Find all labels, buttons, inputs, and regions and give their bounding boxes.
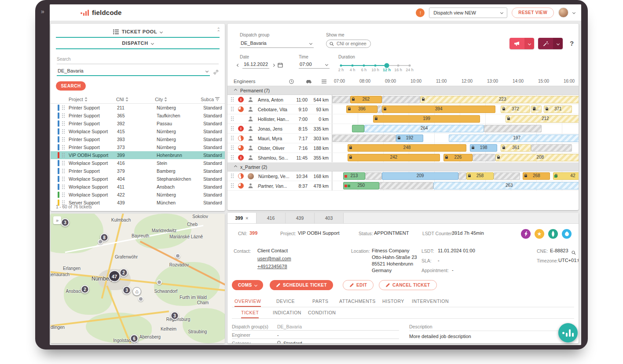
duration-tick[interactable] [340,65,342,67]
drag-handle-icon[interactable] [62,145,65,150]
gantt-timeline[interactable]: 242226208 [332,153,579,162]
gantt-bar[interactable]: 212 [506,115,579,123]
gantt-bar[interactable] [473,154,495,161]
gantt-bar[interactable] [352,125,364,132]
dispatch-selector[interactable]: DISPATCH [51,38,225,48]
cancel-ticket-button[interactable]: CANCEL TICKET [379,280,437,290]
map-pin-icon[interactable] [157,280,162,285]
gantt-bar[interactable]: 198 [470,144,497,152]
map-cluster-marker[interactable]: 47 [109,270,121,282]
detail-tab-attachments[interactable]: ATTACHMENTS [339,298,376,306]
gantt-bar[interactable] [365,172,382,180]
detail-tab-intervention[interactable]: INTERVENTION [412,298,449,306]
gantt-bar[interactable] [377,106,382,113]
link-icon[interactable] [213,69,219,75]
ticket-row[interactable]: Workplace Support422NürnbergStandard [51,191,225,199]
ticket-tab[interactable]: 399× [227,213,257,223]
menu-icon[interactable] [322,79,326,84]
gantt-bar[interactable]: 248 [348,144,466,152]
drag-handle-icon[interactable] [62,106,65,110]
drag-handle-icon[interactable] [62,113,65,118]
gantt-timeline[interactable]: 192197 [332,134,579,143]
gantt-bar[interactable]: 372 [501,106,530,113]
drag-handle-icon[interactable] [62,161,65,166]
duration-tick[interactable] [409,65,411,67]
chat-fab[interactable] [558,323,578,342]
drag-handle-icon[interactable] [62,177,65,182]
ticket-row[interactable]: Printer Support393NürnbergStandard [51,135,225,143]
engineer-cell[interactable]: Mauri, Myra7:17303 km [227,134,332,143]
contact-phone-link[interactable]: +4912345678 [257,264,287,269]
map-canvas[interactable]: SokolovKulmbachChebMarktredwitzMariánské… [51,214,225,343]
drag-handle-icon[interactable] [231,97,234,102]
ticket-row[interactable]: Workplace Support415NürnbergStandard [51,127,225,135]
lightning-badge-icon[interactable] [521,229,531,239]
help-icon[interactable]: ? [570,40,574,47]
field-value[interactable]: DE_Bavaria [277,324,302,329]
map-collapse-icon[interactable]: » [53,216,61,224]
schedule-ticket-button[interactable]: SCHEDULE TICKET [270,280,333,290]
frame-collapse-icon[interactable]: » [41,8,44,15]
gantt-bar[interactable] [494,172,520,180]
gantt-bar[interactable] [332,135,396,142]
drag-handle-icon[interactable] [62,129,65,134]
calendar-icon[interactable] [278,62,283,68]
ticket-tab[interactable]: 439 [286,213,315,223]
duration-tick[interactable] [397,65,399,67]
map-cluster-marker[interactable]: 3 [171,312,179,320]
collapse-panel-icon[interactable]: ⌃⌃ [217,28,220,33]
map-cluster-marker[interactable]: 2 [81,285,89,294]
gantt-bar[interactable]: 262 [350,96,382,103]
gantt-bar[interactable]: 42 [553,172,579,180]
gantt-bar[interactable] [379,182,434,189]
dispatch-group-select[interactable]: DE_Bavaria [240,40,314,48]
gantt-timeline[interactable]: 262223 [332,95,579,104]
map-cluster-marker[interactable]: 3 [61,218,70,227]
column-header-city[interactable]: City [155,97,201,102]
drag-handle-icon[interactable] [231,116,234,121]
gantt-bar[interactable]: 361 [501,144,531,152]
announce-button[interactable] [509,38,534,49]
ticket-row[interactable]: VIP OOBH Support399HohenbrunnStandard [51,151,225,159]
gantt-bar[interactable]: 209 [382,172,458,180]
detail-subtab-ticket[interactable]: TICKET [241,310,259,318]
gantt-bar[interactable] [332,96,350,103]
engineer-cell[interactable]: !Shamlou, So...11:45355 km [227,153,332,162]
engineer-cell[interactable]: Olster, Oliver7:16188 km [227,143,332,153]
map-pin-icon[interactable] [175,253,180,258]
gantt-bar[interactable] [382,96,420,103]
ticket-row[interactable]: Printer Support373NürnbergStandard [51,143,225,151]
duration-slider[interactable]: 2 h4 h6 h10 h12 h16 h24 h [341,62,416,74]
engineer-cell[interactable]: Hollister, Han...7:000 km [227,114,332,124]
engineer-cell[interactable]: Cebotare, Vita9:1093 km [227,105,332,114]
ticket-row[interactable]: Workplace Support411AnsbachStandard [51,183,225,191]
engineer-cell[interactable]: Partner, Van...8:37478 km [227,181,332,190]
close-tab-icon[interactable]: × [246,215,248,221]
map-cluster-marker[interactable]: 3 [123,286,131,295]
gantt-bar[interactable] [484,125,542,132]
gantt-timeline[interactable]: 21320925826842 [332,171,579,181]
ticket-row[interactable]: Printer Support365TaufkirchenStandard [51,112,225,120]
drag-handle-icon[interactable] [62,193,65,197]
drag-handle-icon[interactable] [62,185,65,189]
duration-tick[interactable] [374,65,377,67]
gantt-bar[interactable]: 258 [466,172,494,180]
field-value[interactable]: Standard [277,341,302,343]
gantt-timeline[interactable]: 264 [332,124,579,133]
field-value[interactable]: - [277,332,279,338]
engineer-search-field[interactable] [326,40,371,48]
engineer-cell[interactable]: !Amra, Anton11:00544 km [227,95,332,104]
gantt-bar[interactable]: 226 [443,154,473,161]
ticket-pool-selector[interactable]: TICKET POOL [51,26,225,37]
next-day-icon[interactable] [272,63,275,66]
map-pin-icon[interactable] [138,296,143,302]
ticket-row[interactable]: Printer Support211NürnbergStandard [51,104,225,112]
gantt-bar[interactable]: 3... [531,106,541,113]
ticket-group-select[interactable]: DE_Bavaria [57,68,210,76]
detail-tab-parts[interactable]: PARTS [312,298,329,306]
drag-handle-icon[interactable] [62,153,65,158]
duration-tick[interactable] [363,65,365,67]
magnifier-icon[interactable] [572,249,576,257]
ticket-row[interactable]: Workplace Support404StephanskirchenStand… [51,175,225,183]
date-value[interactable]: 16.12.2022 [242,62,269,69]
